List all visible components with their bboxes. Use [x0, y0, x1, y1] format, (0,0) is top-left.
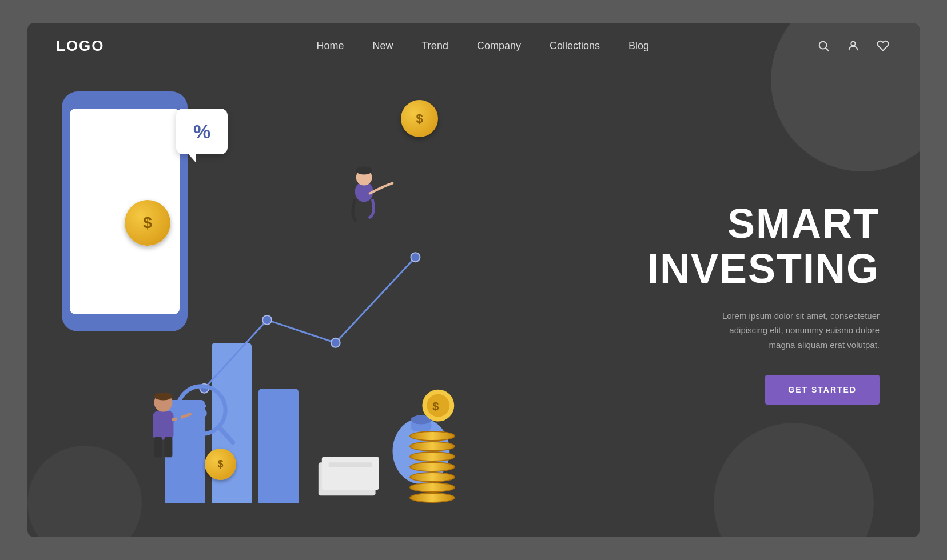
svg-rect-19: [411, 420, 431, 431]
percent-symbol: %: [193, 121, 210, 143]
hero-description: Lorem ipsum dolor sit amet, consectetuer…: [708, 309, 880, 353]
nav-collections[interactable]: Collections: [550, 40, 600, 52]
svg-point-9: [356, 167, 372, 175]
hero-title-line2: INVESTING: [647, 246, 880, 291]
svg-rect-26: [324, 476, 359, 481]
main-content: %: [27, 69, 920, 537]
coins-stack: [409, 431, 455, 503]
illustration-area: %: [27, 69, 518, 537]
svg-text:$: $: [432, 400, 439, 413]
nav-trend[interactable]: Trend: [422, 40, 448, 52]
coin-disc-2: [409, 441, 455, 451]
main-frame: LOGO Home New Trend Company Collections …: [27, 23, 920, 537]
svg-point-5: [331, 338, 340, 347]
nav-home[interactable]: Home: [317, 40, 344, 52]
heart-icon[interactable]: [875, 38, 891, 54]
nav-new[interactable]: New: [373, 40, 393, 52]
user-icon[interactable]: [845, 38, 861, 54]
phone-device: [62, 91, 188, 331]
coin-disc-5: [409, 472, 455, 482]
svg-rect-13: [154, 437, 162, 457]
coin-large-symbol: $: [143, 214, 152, 232]
bar-chart: [165, 343, 299, 503]
bar-1: [165, 400, 205, 503]
coin-bottom-symbol: $: [217, 458, 223, 470]
coin-large: $: [125, 200, 170, 246]
svg-point-6: [411, 253, 420, 262]
percent-bubble: %: [176, 109, 228, 154]
svg-point-20: [411, 415, 431, 425]
coin-disc-6: [409, 482, 455, 493]
svg-rect-28: [329, 462, 372, 467]
svg-rect-24: [319, 462, 376, 495]
coin-held: $: [401, 100, 438, 137]
cta-button[interactable]: GET STARTED: [765, 375, 880, 405]
nav-links: Home New Trend Company Collections Blog: [150, 40, 815, 52]
svg-point-4: [262, 315, 272, 325]
svg-point-21: [422, 390, 454, 422]
svg-line-1: [826, 48, 829, 51]
coin-disc-7: [409, 493, 455, 503]
svg-rect-27: [322, 457, 379, 490]
coin-disc-3: [409, 451, 455, 462]
navbar: LOGO Home New Trend Company Collections …: [27, 23, 920, 69]
nav-blog[interactable]: Blog: [628, 40, 649, 52]
hero-title-line1: SMART: [727, 201, 880, 246]
text-area: SMART INVESTING Lorem ipsum dolor sit am…: [518, 69, 920, 537]
svg-point-22: [427, 394, 449, 417]
coin-disc-1: [409, 431, 455, 441]
bar-3: [258, 389, 299, 503]
coin-held-symbol: $: [416, 111, 423, 126]
logo: LOGO: [56, 37, 105, 55]
coin-bottom: $: [205, 449, 236, 480]
svg-point-7: [355, 181, 373, 202]
svg-point-8: [356, 170, 372, 186]
nav-icons: [815, 38, 891, 54]
coin-disc-4: [409, 462, 455, 472]
search-icon[interactable]: [815, 38, 831, 54]
svg-rect-25: [324, 468, 370, 473]
svg-point-2: [851, 42, 855, 46]
hero-title: SMART INVESTING: [647, 201, 880, 291]
nav-company[interactable]: Company: [477, 40, 521, 52]
